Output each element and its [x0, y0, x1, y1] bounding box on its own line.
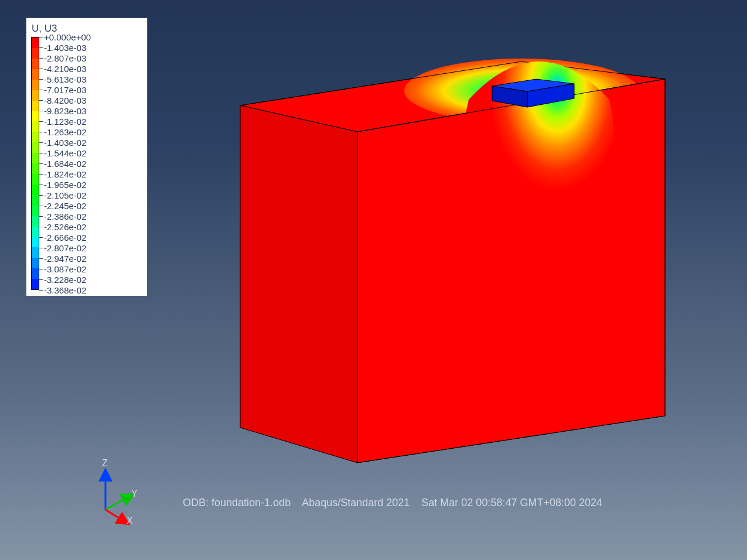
legend-value: -9.823e-03 [44, 107, 87, 115]
legend-value: +0.000e+00 [44, 33, 91, 42]
legend-value: -7.017e-03 [44, 86, 87, 94]
legend-value: -1.965e-02 [44, 180, 87, 189]
legend-value: -2.526e-02 [44, 223, 87, 231]
status-block: ODB: foundation-1.odb Abaqus/Standard 20… [165, 457, 602, 560]
legend-value: -1.403e-02 [44, 138, 87, 147]
axis-z-label: Z [102, 458, 108, 469]
legend-value: -2.245e-02 [44, 202, 87, 210]
legend-value: -2.666e-02 [44, 233, 87, 242]
svg-line-14 [105, 510, 124, 521]
legend-value: -5.613e-03 [44, 75, 87, 84]
legend-value: -1.263e-02 [44, 128, 87, 136]
svg-line-13 [105, 497, 129, 510]
viewport-3d[interactable]: U, U3 +0.000e+00-1.403e-03-2.807e-03-4.2… [0, 0, 747, 560]
legend-value: -3.228e-02 [44, 275, 87, 284]
legend-value: -1.824e-02 [44, 170, 87, 179]
legend-value: -8.420e-03 [44, 96, 87, 105]
legend-value: -3.087e-02 [44, 265, 87, 274]
solver-name: Abaqus/Standard 2021 [302, 497, 410, 508]
odb-date: Sat Mar 02 00:58:47 GMT+08:00 2024 [421, 497, 602, 508]
legend-value: -2.386e-02 [44, 212, 87, 221]
svg-marker-5 [240, 105, 357, 463]
legend-value: -1.684e-02 [44, 159, 87, 168]
color-bar [31, 37, 39, 290]
axis-x-label: X [127, 515, 133, 526]
legend-value: -1.123e-02 [44, 117, 87, 126]
legend-value: -2.807e-03 [44, 54, 87, 63]
fem-model-rendering[interactable] [176, 41, 703, 474]
contour-legend: U, U3 +0.000e+00-1.403e-03-2.807e-03-4.2… [26, 18, 148, 296]
view-orientation-triad[interactable]: Z Y X [88, 457, 141, 527]
axis-y-label: Y [131, 489, 138, 499]
legend-value: -1.544e-02 [44, 149, 87, 158]
legend-value: -3.368e-02 [44, 286, 87, 295]
legend-value: -4.210e-03 [44, 64, 87, 73]
legend-value: -2.807e-02 [44, 244, 87, 252]
legend-value: -1.403e-03 [44, 43, 87, 52]
legend-value: -2.105e-02 [44, 191, 87, 200]
legend-value: -2.947e-02 [44, 254, 87, 263]
odb-file: ODB: foundation-1.odb [183, 497, 291, 508]
